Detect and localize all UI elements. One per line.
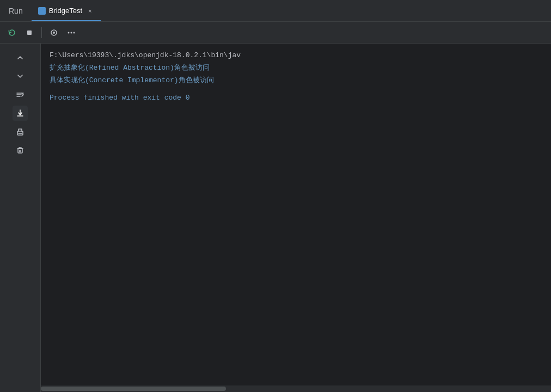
tab-bar: Run BridgeTest × xyxy=(0,0,551,22)
tab-label: BridgeTest xyxy=(49,7,82,15)
soft-wrap-icon xyxy=(16,90,25,99)
tab-run-label: Run xyxy=(9,7,23,15)
toolbar-separator xyxy=(41,27,42,38)
scrollbar-track xyxy=(41,385,551,392)
settings-icon xyxy=(50,28,58,37)
scroll-down-button[interactable] xyxy=(13,69,28,84)
file-icon-shape xyxy=(38,7,46,15)
output-line-concrete: 具体实现化(Concrete Implementor)角色被访问 xyxy=(50,75,542,87)
svg-rect-0 xyxy=(39,8,45,14)
main-container: F:\Users\19393\.jdks\openjdk-18.0.2.1\bi… xyxy=(0,44,551,392)
tab-file-icon xyxy=(38,7,46,15)
tab-close-button[interactable]: × xyxy=(85,7,94,15)
settings-button[interactable] xyxy=(46,25,62,40)
svg-point-4 xyxy=(68,32,70,33)
rerun-icon xyxy=(8,28,16,37)
sidebar xyxy=(0,44,41,392)
output-panel: F:\Users\19393\.jdks\openjdk-18.0.2.1\bi… xyxy=(41,44,551,392)
print-button[interactable] xyxy=(13,124,28,139)
svg-point-3 xyxy=(53,32,55,34)
svg-point-5 xyxy=(71,32,72,33)
print-icon xyxy=(16,127,25,136)
tab-bridgetest[interactable]: BridgeTest × xyxy=(32,0,101,21)
scrollbar-thumb[interactable] xyxy=(41,387,226,391)
stop-icon xyxy=(25,28,34,37)
scroll-up-button[interactable] xyxy=(13,50,28,65)
stop-button[interactable] xyxy=(22,25,37,40)
svg-rect-14 xyxy=(18,149,22,153)
output-line-refined: 扩充抽象化(Refined Abstraction)角色被访问 xyxy=(50,63,542,74)
svg-point-6 xyxy=(74,32,75,33)
toolbar xyxy=(0,22,551,44)
output-content: F:\Users\19393\.jdks\openjdk-18.0.2.1\bi… xyxy=(41,44,551,112)
output-line-exit: Process finished with exit code 0 xyxy=(50,93,542,104)
more-button[interactable] xyxy=(64,25,79,40)
soft-wrap-button[interactable] xyxy=(13,87,28,102)
clear-button[interactable] xyxy=(13,143,28,158)
more-icon xyxy=(67,28,76,37)
trash-icon xyxy=(16,146,25,155)
tab-run[interactable]: Run xyxy=(0,0,32,21)
output-line-path: F:\Users\19393\.jdks\openjdk-18.0.2.1\bi… xyxy=(50,50,542,62)
arrow-up-icon xyxy=(16,53,25,62)
horizontal-scrollbar[interactable] xyxy=(41,385,551,392)
download-button[interactable] xyxy=(13,106,28,121)
arrow-down-icon xyxy=(16,72,25,81)
download-icon xyxy=(16,109,25,118)
rerun-button[interactable] xyxy=(4,25,20,40)
svg-rect-1 xyxy=(27,30,32,35)
